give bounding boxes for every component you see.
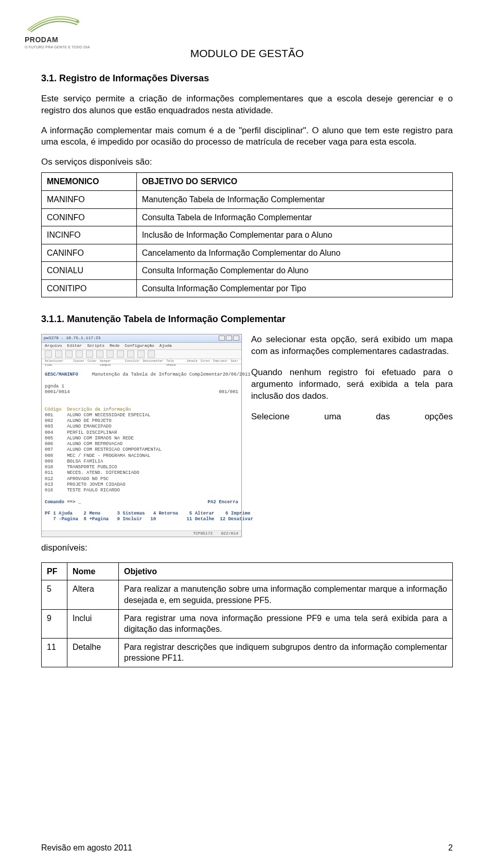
module-title: MODULO DE GESTÃO [41, 46, 453, 61]
disponiveis-word: disponíveis: [41, 542, 453, 554]
toolbar-button[interactable] [55, 350, 62, 358]
subsection-heading: 3.1.1. Manutenção Tabela de Informação C… [41, 313, 453, 325]
table-row: 9 Inclui Para registrar uma nova informa… [42, 609, 453, 638]
table-row: CONITIPOConsulta Informação Complementar… [42, 279, 453, 297]
svg-point-0 [76, 20, 79, 23]
toolbar-button[interactable] [107, 350, 114, 358]
table-row: CONINFOConsulta Tabela de Informação Com… [42, 208, 453, 226]
logo-swoosh-icon [25, 14, 81, 34]
services-intro: Os serviços disponíveis são: [41, 156, 453, 168]
footer-revision: Revisão em agosto 2011 [41, 842, 132, 854]
right-para-2: Quando nenhum registro foi efetuado para… [251, 367, 453, 402]
page-footer: Revisão em agosto 2011 2 [41, 842, 453, 854]
right-text-block: Ao selecionar esta opção, será exibido u… [251, 334, 453, 433]
window-maximize-icon[interactable] [226, 335, 232, 341]
toolbar-button[interactable] [127, 350, 134, 358]
window-minimize-icon[interactable] [219, 335, 225, 341]
toolbar-button[interactable] [137, 350, 145, 358]
paragraph-2: A informação complementar mais comum é a… [41, 125, 453, 149]
col-nome: Nome [67, 562, 119, 580]
menu-item[interactable]: Rede [110, 343, 119, 349]
toolbar-button[interactable] [65, 350, 73, 358]
table-row: CANINFOCancelamento da Informação Comple… [42, 244, 453, 262]
toolbar-button[interactable] [86, 350, 93, 358]
table-row: INCINFOInclusão de Informação Complement… [42, 226, 453, 244]
select-line: Selecione uma das opções [251, 411, 453, 423]
services-table: MNEMONICO OBJETIVO DO SERVICO MANINFOMan… [41, 172, 453, 297]
terminal-body[interactable]: GESC/MANINFO Manutenção da Tabela de Inf… [42, 364, 241, 530]
terminal-screenshot: pw3270 - 10.75.1.117:23 Arquivo Editar S… [41, 334, 242, 537]
menu-item[interactable]: Editar [67, 343, 82, 349]
section-heading: 3.1. Registro de Informações Diversas [41, 72, 453, 84]
brand-logo: PRODAM O FUTURO PRA GENTE E TODO DIA [25, 14, 92, 49]
table-header-row: MNEMONICO OBJETIVO DO SERVICO [42, 173, 453, 191]
table-row: MANINFOManutenção Tabela de Informação C… [42, 190, 453, 208]
toolbar-button[interactable] [76, 350, 83, 358]
menu-item[interactable]: Configuração [125, 343, 154, 349]
toolbar [42, 350, 241, 359]
page-container: PRODAM O FUTURO PRA GENTE E TODO DIA MOD… [0, 0, 494, 868]
col-objetivo: Objetivo [119, 562, 453, 580]
status-cursorpos: 022/014 [221, 531, 238, 537]
col-mnemonico: MNEMONICO [42, 173, 137, 191]
status-tcp: TCP05172 [193, 531, 213, 537]
toolbar-button[interactable] [45, 350, 52, 358]
window-titlebar: pw3270 - 10.75.1.117:23 [42, 334, 241, 343]
brand-name: PRODAM [25, 35, 92, 45]
col-objetivo: OBJETIVO DO SERVICO [136, 173, 452, 191]
window-close-icon[interactable] [233, 335, 239, 341]
toolbar-button[interactable] [117, 350, 124, 358]
menu-item[interactable]: Arquivo [45, 343, 62, 349]
menu-item[interactable]: Ajuda [160, 343, 172, 349]
brand-tagline: O FUTURO PRA GENTE E TODO DIA [25, 45, 92, 49]
col-pf: PF [42, 562, 67, 580]
pf-table: PF Nome Objetivo 5 Altera Para realizar … [41, 562, 453, 667]
table-row: 11 Detalhe Para registrar descrições que… [42, 638, 453, 667]
terminal-statusbar: TCP05172 022/014 [42, 530, 241, 537]
toolbar-button[interactable] [96, 350, 103, 358]
window-title: pw3270 - 10.75.1.117:23 [44, 335, 100, 341]
table-row: CONIALUConsulta Informação Complementar … [42, 262, 453, 280]
menu-item[interactable]: Scripts [87, 343, 104, 349]
footer-page-number: 2 [448, 842, 453, 854]
right-para-1: Ao selecionar esta opção, será exibido u… [251, 334, 453, 358]
toolbar-button[interactable] [148, 350, 155, 358]
paragraph-1: Este serviço permite a criação de inform… [41, 93, 453, 117]
table-header-row: PF Nome Objetivo [42, 562, 453, 580]
table-row: 5 Altera Para realizar a manutenção sobr… [42, 580, 453, 609]
toolbar-labels: Selecionar tudo Copiar Colar Apagar camp… [42, 359, 241, 364]
menubar: Arquivo Editar Scripts Rede Configuração… [42, 343, 241, 350]
